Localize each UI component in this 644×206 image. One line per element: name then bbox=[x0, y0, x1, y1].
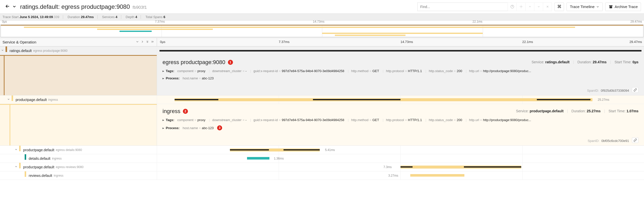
span-row[interactable]: ratings.default egress productpage:9080 bbox=[0, 46, 644, 55]
operation-name: egress reviews:9080 bbox=[56, 165, 84, 169]
tags-row[interactable]: ▸ Tags: component=proxy| downstream_clus… bbox=[163, 118, 638, 122]
meta-spans-value: 6 bbox=[164, 15, 165, 19]
keyboard-shortcut-button[interactable]: ⌘ bbox=[554, 3, 564, 11]
find-input[interactable] bbox=[417, 3, 508, 11]
span-duration-label: 7.3ms bbox=[383, 165, 392, 169]
find-next-icon[interactable] bbox=[534, 3, 543, 11]
detail-title: egress productpage:9080 bbox=[163, 59, 225, 66]
span-bar[interactable] bbox=[410, 174, 464, 177]
expand-all-icon[interactable] bbox=[151, 40, 154, 44]
detail-duration-label: Duration: bbox=[577, 60, 592, 64]
meta-start-ms: .339 bbox=[53, 15, 59, 19]
archive-trace-button[interactable]: Archive Trace bbox=[605, 3, 641, 11]
minimap-span bbox=[24, 27, 575, 28]
minimap[interactable]: 0µs 7.37ms 14.73ms 22.1ms 29.47ms bbox=[0, 24, 644, 38]
row-toggle-icon[interactable] bbox=[15, 165, 18, 169]
operation-name: egress details:9080 bbox=[56, 148, 82, 152]
span-id-value: 0bf05c6cdc700e91 bbox=[601, 139, 629, 143]
trace-id: fb903f1 bbox=[133, 5, 147, 10]
expand-tags-icon[interactable]: ▸ bbox=[163, 69, 164, 73]
find-help-icon[interactable] bbox=[508, 3, 517, 11]
row-toggle-icon[interactable] bbox=[7, 98, 10, 101]
collapse-children-icon[interactable] bbox=[136, 40, 139, 44]
detail-meta: Service: productpage.default | Duration:… bbox=[516, 109, 638, 113]
span-row[interactable]: details.default ingress 1.36ms bbox=[0, 154, 644, 163]
trace-title: ratings.default: egress productpage:9080… bbox=[20, 3, 147, 10]
collapse-toggle[interactable] bbox=[12, 3, 20, 10]
expand-process-icon[interactable]: ▸ bbox=[163, 76, 164, 80]
annotation-badge: 3 bbox=[217, 125, 222, 130]
detail-service-label: Service: bbox=[532, 60, 544, 64]
detail-duration-label: Duration: bbox=[572, 109, 586, 113]
service-name: productpage.default bbox=[23, 165, 54, 169]
detail-start-label: Start Time: bbox=[615, 60, 632, 64]
meta-duration-value: 29.47ms bbox=[81, 15, 94, 19]
trace-header: ratings.default: egress productpage:9080… bbox=[0, 0, 644, 14]
detail-meta: Service: ratings.default | Duration: 29.… bbox=[532, 60, 638, 64]
service-name: productpage.default bbox=[23, 148, 54, 152]
process-row[interactable]: ▸ Process: host.name=abc-123 3 bbox=[163, 125, 638, 130]
meta-depth-value: 4 bbox=[135, 15, 137, 19]
tags-label: Tags: bbox=[166, 118, 174, 122]
deep-link-icon[interactable] bbox=[632, 137, 638, 143]
operation-name: ingress bbox=[52, 157, 62, 160]
find-locate-icon[interactable] bbox=[516, 3, 526, 11]
operation-name: ingress bbox=[48, 98, 58, 101]
expand-tags-icon[interactable]: ▸ bbox=[163, 118, 164, 122]
span-child-overlay bbox=[230, 149, 269, 150]
svg-rect-2 bbox=[609, 5, 613, 6]
minimap-span bbox=[335, 35, 406, 36]
row-toggle-icon[interactable] bbox=[1, 49, 4, 53]
span-child-overlay bbox=[284, 149, 319, 150]
deep-link-icon[interactable] bbox=[632, 87, 638, 93]
span-bar[interactable] bbox=[159, 50, 642, 52]
span-row[interactable]: reviews.default ingress 3.27ms bbox=[0, 171, 644, 180]
service-name: ratings.default bbox=[10, 49, 32, 53]
annotation-badge: 2 bbox=[183, 109, 188, 114]
meta-start-label: Trace Start bbox=[3, 15, 19, 19]
view-dropdown[interactable]: Trace Timeline bbox=[567, 3, 603, 11]
service-name: reviews.default bbox=[29, 174, 52, 178]
detail-start-label: Start Time: bbox=[609, 109, 626, 113]
find-prev-icon[interactable] bbox=[525, 3, 534, 11]
span-id-value: 0f925d0b37338094 bbox=[601, 89, 629, 92]
meta-duration-label: Duration bbox=[68, 15, 80, 19]
minimap-span bbox=[322, 33, 483, 34]
span-id-label: SpanID: bbox=[588, 139, 599, 143]
span-duration-label: 25.27ms bbox=[598, 98, 609, 101]
span-child-overlay bbox=[400, 166, 413, 168]
back-button[interactable] bbox=[3, 3, 12, 11]
process-row[interactable]: ▸ Process: host.name=abc-123 bbox=[163, 76, 638, 80]
row-toggle-icon[interactable] bbox=[15, 148, 18, 152]
svg-point-1 bbox=[521, 6, 522, 7]
operation-name: egress productpage:9080 bbox=[33, 49, 67, 53]
tags-row[interactable]: ▸ Tags: component=proxy| downstream_clus… bbox=[163, 69, 638, 73]
span-id-label: SpanID: bbox=[587, 89, 599, 92]
meta-spans-label: Total Spans bbox=[145, 15, 163, 19]
meta-services-value: 4 bbox=[115, 15, 117, 19]
timeline-tick-2: 14.73ms bbox=[400, 40, 413, 44]
view-dropdown-label: Trace Timeline bbox=[570, 5, 594, 9]
span-row[interactable]: productpage.default egress reviews:9080 … bbox=[0, 163, 644, 171]
span-row[interactable]: productpage.default ingress 25.27ms bbox=[0, 95, 644, 104]
process-label: Process: bbox=[166, 76, 180, 80]
span-rows: ratings.default egress productpage:9080 … bbox=[0, 46, 644, 180]
expand-process-icon[interactable]: ▸ bbox=[163, 126, 164, 130]
span-duration-label: 1.36ms bbox=[274, 157, 284, 160]
detail-service-label: Service: bbox=[516, 109, 529, 113]
span-duration-label: 3.27ms bbox=[388, 174, 398, 177]
span-detail-panel: ingress 2 Service: productpage.default |… bbox=[0, 104, 644, 146]
detail-start-value: 1.07ms bbox=[627, 109, 638, 113]
find-close-icon[interactable] bbox=[543, 3, 552, 11]
timeline-tick-4: 29.47ms bbox=[629, 40, 642, 44]
service-name: details.default bbox=[29, 157, 50, 161]
service-color-bar bbox=[19, 163, 21, 168]
service-color-bar bbox=[25, 171, 26, 177]
meta-start-value: June 5 2024, 13:49:09 bbox=[19, 15, 53, 19]
span-row[interactable]: productpage.default egress details:9080 … bbox=[0, 146, 644, 154]
meta-depth-label: Depth bbox=[126, 15, 135, 19]
span-bar[interactable] bbox=[247, 157, 269, 160]
expand-children-icon[interactable] bbox=[141, 40, 144, 44]
columns-header: Service & Operation 0µs 7.37ms 14.73ms 2… bbox=[0, 38, 644, 46]
collapse-all-icon[interactable] bbox=[146, 40, 149, 44]
